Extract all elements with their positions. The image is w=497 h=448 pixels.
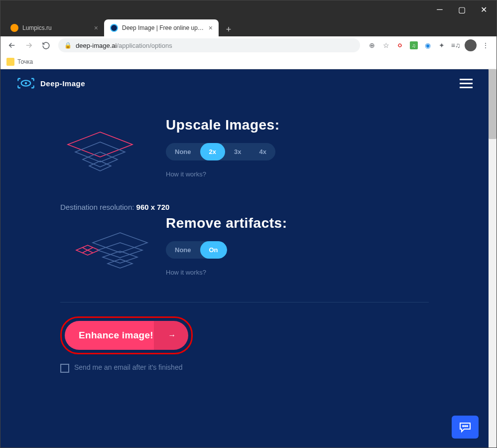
back-button[interactable] (4, 38, 19, 53)
browser-toolbar: 🔒 deep-image.ai/application/options ⊕ ☆ … (0, 36, 497, 54)
tabstrip: Lumpics.ru × Deep Image | Free online up… (0, 18, 497, 36)
upscale-title: Upscale Images: (166, 117, 429, 133)
lock-icon: 🔒 (64, 42, 72, 49)
arrow-right-icon: → (168, 331, 176, 340)
upscale-section: Upscale Images: None 2x 3x 4x How it wor… (60, 117, 429, 189)
svg-point-4 (463, 426, 464, 427)
reading-list-icon[interactable]: ≡♫ (451, 40, 461, 50)
artifacts-on[interactable]: On (200, 241, 227, 259)
enhance-button[interactable]: Enhance image! → (65, 321, 188, 350)
extension-globe-icon[interactable]: ◉ (423, 40, 433, 50)
menu-kebab-icon[interactable]: ⋮ (481, 40, 491, 50)
titlebar: ─ ▢ ✕ (0, 0, 497, 18)
menu-button[interactable] (460, 79, 473, 88)
close-tab-icon[interactable]: × (209, 24, 213, 32)
page-viewport: Deep-Image Upscale Images: None 2x 3x 4x (0, 69, 497, 448)
upscale-3x[interactable]: 3x (225, 143, 250, 160)
upscale-graphic (60, 117, 150, 189)
upscale-4x[interactable]: 4x (250, 143, 275, 160)
chat-button[interactable] (452, 416, 479, 439)
upscale-options: None 2x 3x 4x (166, 143, 275, 160)
enhance-highlight: Enhance image! → (60, 316, 193, 354)
upscale-2x[interactable]: 2x (200, 143, 225, 160)
address-bar[interactable]: 🔒 deep-image.ai/application/options (58, 38, 360, 52)
chat-icon (459, 421, 472, 433)
minimize-button[interactable]: ─ (429, 1, 451, 17)
enhance-label: Enhance image! (79, 330, 153, 340)
resolution-label: Destination resolution: (60, 203, 134, 211)
upscale-none[interactable]: None (166, 143, 200, 160)
bookmark-tochka[interactable]: Точка (6, 58, 33, 66)
email-checkbox[interactable] (60, 364, 69, 373)
extension-red-icon[interactable]: ⭘ (395, 40, 405, 50)
maximize-button[interactable]: ▢ (451, 1, 473, 17)
tab-lumpics[interactable]: Lumpics.ru × (4, 19, 104, 36)
translate-icon[interactable]: ⊕ (367, 40, 377, 50)
destination-resolution: Destination resolution: 960 x 720 (60, 203, 429, 211)
site-header: Deep-Image (0, 69, 489, 97)
extensions-area: ⊕ ☆ ⭘ ♫ ◉ ✦ ≡♫ ⋮ (365, 39, 493, 51)
extension-green-icon[interactable]: ♫ (409, 40, 419, 50)
tab-title: Lumpics.ru (22, 24, 91, 31)
logo-eye-icon (16, 77, 35, 89)
email-label: Send me an email after it's finished (74, 363, 182, 371)
bookmark-folder-icon (6, 58, 14, 66)
profile-avatar[interactable] (465, 39, 477, 51)
artifacts-section: Remove artifacts: None On How it works? (60, 215, 429, 282)
close-tab-icon[interactable]: × (94, 24, 98, 32)
extensions-puzzle-icon[interactable]: ✦ (437, 40, 447, 50)
close-window-button[interactable]: ✕ (473, 1, 495, 17)
bookmarks-bar: Точка (0, 54, 497, 69)
artifacts-options: None On (166, 241, 227, 259)
svg-point-5 (465, 426, 466, 427)
star-icon[interactable]: ☆ (381, 40, 391, 50)
divider (60, 302, 429, 302)
favicon-icon (110, 24, 118, 32)
artifacts-none[interactable]: None (166, 241, 200, 259)
tab-title: Deep Image | Free online upscale (122, 24, 206, 31)
upscale-how-link[interactable]: How it works? (166, 170, 429, 178)
url-text: deep-image.ai/application/options (76, 42, 172, 49)
svg-point-6 (467, 426, 468, 427)
tab-deep-image[interactable]: Deep Image | Free online upscale × (104, 19, 219, 36)
new-tab-button[interactable]: + (222, 22, 236, 36)
artifacts-how-link[interactable]: How it works? (166, 269, 429, 276)
email-notify-row: Send me an email after it's finished (60, 363, 190, 373)
reload-button[interactable] (38, 38, 53, 53)
favicon-icon (10, 24, 18, 32)
artifacts-title: Remove artifacts: (166, 215, 429, 231)
brand-name: Deep-Image (40, 79, 85, 88)
scrollbar[interactable] (489, 69, 497, 448)
forward-button[interactable] (21, 38, 36, 53)
bookmark-label: Точка (17, 58, 33, 65)
svg-point-1 (25, 82, 27, 85)
site-logo[interactable]: Deep-Image (16, 77, 85, 89)
scrollbar-thumb[interactable] (489, 69, 497, 139)
artifacts-graphic (60, 215, 150, 282)
resolution-value: 960 x 720 (136, 203, 170, 211)
